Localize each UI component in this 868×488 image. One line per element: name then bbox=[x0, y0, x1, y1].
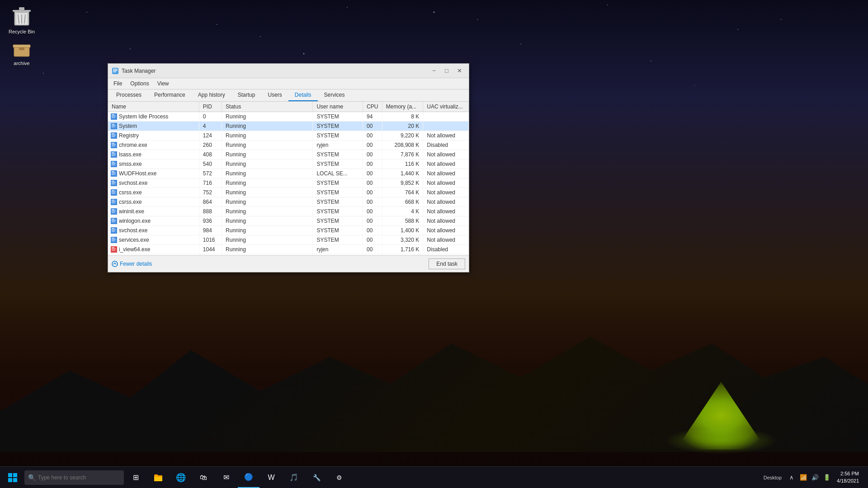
table-row[interactable]: lsass.exe 408 Running SYSTEM 00 7,876 K … bbox=[108, 150, 469, 160]
table-row[interactable]: WUDFHost.exe 572 Running LOCAL SE... 00 … bbox=[108, 169, 469, 178]
col-username[interactable]: User name bbox=[313, 102, 363, 112]
menu-file[interactable]: File bbox=[110, 79, 126, 88]
process-memory: 20 K bbox=[382, 122, 423, 131]
table-row[interactable]: services.exe 1016 Running SYSTEM 00 3,32… bbox=[108, 235, 469, 245]
recycle-bin-img bbox=[11, 5, 33, 27]
search-wrapper: 🔍 bbox=[24, 470, 124, 485]
taskbar-app-chrome[interactable]: 🔵 bbox=[238, 467, 259, 488]
process-table-container[interactable]: Name PID Status User name CPU Memory (a.… bbox=[108, 102, 469, 255]
svg-rect-65 bbox=[112, 239, 116, 240]
tray-battery[interactable]: 🔋 bbox=[822, 473, 831, 482]
table-row[interactable]: svchost.exe 984 Running SYSTEM 00 1,400 … bbox=[108, 226, 469, 235]
system-clock[interactable]: 2:56 PM 4/18/2021 bbox=[833, 470, 863, 484]
svg-rect-28 bbox=[112, 152, 114, 153]
tray-network[interactable]: 📶 bbox=[799, 473, 808, 482]
process-name: wininit.exe bbox=[119, 208, 144, 215]
svg-rect-26 bbox=[112, 145, 115, 146]
process-status: Running bbox=[222, 235, 313, 245]
process-user: SYSTEM bbox=[313, 160, 363, 169]
process-name: svchost.exe bbox=[119, 227, 147, 234]
table-row[interactable]: csrss.exe 864 Running SYSTEM 00 668 K No… bbox=[108, 197, 469, 207]
col-status[interactable]: Status bbox=[222, 102, 313, 112]
tray-expand[interactable]: ∧ bbox=[787, 473, 796, 482]
svg-rect-41 bbox=[112, 182, 116, 183]
taskbar-app-misc1[interactable]: 🔧 bbox=[306, 467, 327, 488]
process-name: System Idle Process bbox=[119, 113, 168, 120]
tab-processes[interactable]: Processes bbox=[110, 89, 148, 101]
minimize-button[interactable]: − bbox=[428, 65, 440, 77]
taskbar-app-store[interactable]: 🛍 bbox=[193, 467, 214, 488]
taskbar-app-edge[interactable]: 🌐 bbox=[170, 467, 192, 488]
process-cpu: 00 bbox=[363, 216, 382, 226]
maximize-button[interactable]: □ bbox=[441, 65, 453, 77]
table-row[interactable]: wininit.exe 888 Running SYSTEM 00 4 K No… bbox=[108, 207, 469, 216]
titlebar-buttons: − □ ✕ bbox=[428, 65, 465, 77]
taskbar-app-mail[interactable]: ✉ bbox=[215, 467, 237, 488]
svg-rect-53 bbox=[112, 211, 116, 211]
start-button[interactable] bbox=[2, 467, 24, 488]
process-status: Running bbox=[222, 160, 313, 169]
svg-rect-60 bbox=[112, 228, 114, 229]
tab-users[interactable]: Users bbox=[261, 89, 288, 101]
task-view-button[interactable]: ⊞ bbox=[125, 467, 146, 488]
taskbar-app-file-explorer[interactable] bbox=[147, 467, 169, 488]
col-cpu[interactable]: CPU bbox=[363, 102, 382, 112]
process-memory: 1,440 K bbox=[382, 169, 423, 178]
menu-options[interactable]: Options bbox=[127, 79, 152, 88]
table-row[interactable]: csrss.exe 752 Running SYSTEM 00 764 K No… bbox=[108, 188, 469, 197]
svg-rect-64 bbox=[112, 238, 114, 239]
process-name-cell: Registry bbox=[108, 131, 199, 141]
tray-volume[interactable]: 🔊 bbox=[811, 473, 820, 482]
close-button[interactable]: ✕ bbox=[453, 65, 465, 77]
process-status: Running bbox=[222, 226, 313, 235]
titlebar[interactable]: Task Manager − □ ✕ bbox=[108, 64, 469, 78]
table-row[interactable]: i_view64.exe 1044 Running ryjen 00 1,716… bbox=[108, 245, 469, 254]
col-pid[interactable]: PID bbox=[199, 102, 222, 112]
table-row[interactable]: chrome.exe 260 Running ryjen 00 208,908 … bbox=[108, 141, 469, 150]
svg-rect-106 bbox=[8, 478, 12, 482]
tab-startup[interactable]: Startup bbox=[231, 89, 262, 101]
col-name[interactable]: Name bbox=[108, 102, 199, 112]
process-pid: 1044 bbox=[199, 245, 222, 254]
svg-rect-34 bbox=[112, 164, 115, 165]
process-pid: 864 bbox=[199, 197, 222, 207]
process-name: WUDFHost.exe bbox=[119, 170, 156, 177]
col-memory[interactable]: Memory (a... bbox=[382, 102, 423, 112]
archive-icon[interactable]: archive bbox=[4, 35, 40, 68]
table-row[interactable]: System Idle Process 0 Running SYSTEM 94 … bbox=[108, 112, 469, 122]
table-row[interactable]: smss.exe 540 Running SYSTEM 00 116 K Not… bbox=[108, 160, 469, 169]
tab-performance[interactable]: Performance bbox=[148, 89, 192, 101]
table-row[interactable]: Registry 124 Running SYSTEM 00 9,220 K N… bbox=[108, 131, 469, 141]
table-row[interactable]: fontdrvhost.exe 1056 Running UMFD-0 00 2… bbox=[108, 254, 469, 256]
table-row[interactable]: System 4 Running SYSTEM 00 20 K bbox=[108, 122, 469, 131]
end-task-button[interactable]: End task bbox=[429, 258, 465, 269]
process-uac: Not allowed bbox=[423, 178, 469, 188]
tab-services[interactable]: Services bbox=[318, 89, 351, 101]
taskbar-app-misc2[interactable]: ⚙ bbox=[328, 467, 350, 488]
tab-details[interactable]: Details bbox=[288, 89, 318, 101]
taskbar-app-word[interactable]: W bbox=[260, 467, 282, 488]
process-name: lsass.exe bbox=[119, 151, 142, 158]
desktop-label: Desktop bbox=[760, 475, 785, 480]
process-icon bbox=[111, 208, 117, 215]
process-pid: 936 bbox=[199, 216, 222, 226]
process-name-cell: System Idle Process bbox=[108, 112, 199, 122]
taskbar-app-media[interactable]: 🎵 bbox=[283, 467, 305, 488]
window-title: Task Manager bbox=[122, 68, 428, 74]
table-row[interactable]: winlogon.exe 936 Running SYSTEM 00 588 K… bbox=[108, 216, 469, 226]
fewer-details-button[interactable]: Fewer details bbox=[112, 261, 152, 267]
svg-rect-109 bbox=[154, 477, 162, 481]
search-input[interactable] bbox=[24, 470, 124, 485]
table-row[interactable]: svchost.exe 716 Running SYSTEM 00 9,852 … bbox=[108, 178, 469, 188]
process-name: csrss.exe bbox=[119, 189, 142, 196]
menu-view[interactable]: View bbox=[154, 79, 173, 88]
tab-app-history[interactable]: App history bbox=[192, 89, 231, 101]
process-status: Running bbox=[222, 131, 313, 141]
process-icon bbox=[111, 189, 117, 196]
process-pid: 540 bbox=[199, 160, 222, 169]
col-uac[interactable]: UAC virtualiz... bbox=[423, 102, 469, 112]
recycle-bin-icon[interactable]: Recycle Bin bbox=[4, 4, 40, 36]
system-tray: ∧ 📶 🔊 🔋 bbox=[787, 473, 831, 482]
process-status: Running bbox=[222, 188, 313, 197]
svg-rect-21 bbox=[112, 135, 116, 136]
